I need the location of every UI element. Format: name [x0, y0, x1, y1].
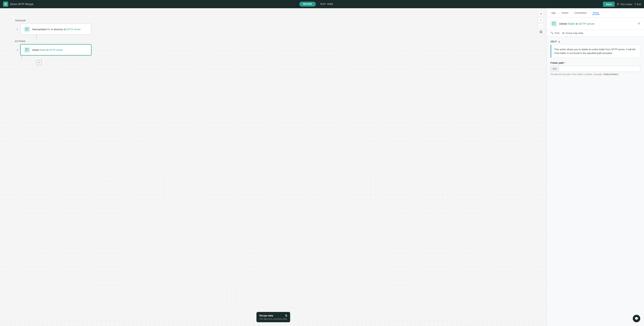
save-button[interactable]: Save — [603, 2, 614, 7]
svg-rect-4 — [541, 31, 542, 32]
folder-path-input-row: ABC — [550, 66, 640, 72]
app-logo — [3, 2, 8, 7]
panel-content: HELP ▲ This action allows you to delete … — [547, 36, 644, 326]
action-row: 2 Delete folder in SFTP server — [15, 44, 92, 56]
breadcrumb-action[interactable]: Action — [561, 11, 569, 14]
step-card-action[interactable]: Delete folder in SFTP server — [20, 44, 92, 56]
hint-example: /folder1/folder2 — [603, 73, 618, 76]
test-icon: ⚙ — [617, 3, 619, 6]
find-button[interactable]: 🔍 Find — [550, 32, 559, 34]
chat-button[interactable] — [633, 315, 640, 322]
breadcrumb-arrow-1: → — [558, 12, 560, 14]
breadcrumb-connection[interactable]: Connection — [574, 11, 588, 14]
exit-button[interactable]: Exit — [634, 3, 641, 6]
svg-rect-14 — [26, 50, 28, 50]
canvas-controls: ↺ + − — [538, 11, 544, 34]
help-label: HELP — [550, 40, 557, 43]
step1-text: New/updated file in directory on SFTP se… — [32, 28, 80, 31]
svg-rect-10 — [26, 30, 28, 30]
folder-path-input[interactable] — [559, 66, 640, 72]
required-star: * — [564, 62, 566, 64]
connector-1 — [36, 35, 37, 39]
test-recipe-button[interactable]: ⚙ Test recipe — [617, 3, 632, 6]
svg-rect-0 — [4, 3, 7, 3]
canvas-area: ↺ + − TRIGGER 1 — [0, 8, 546, 326]
recipe-data-title: Recipe data ⇅ — [260, 314, 287, 317]
step2-text: Delete folder in SFTP server — [32, 48, 63, 51]
type-badge: ABC — [551, 66, 559, 72]
svg-rect-2 — [4, 5, 7, 5]
svg-rect-16 — [553, 23, 555, 23]
trigger-row: 1 New/updated file in directory on SFTP … — [15, 24, 92, 35]
svg-rect-13 — [26, 50, 27, 50]
tab-recipe[interactable]: RECIPE — [299, 2, 316, 6]
step-card-trigger[interactable]: New/updated file in directory on SFTP se… — [20, 24, 92, 35]
svg-rect-1 — [4, 4, 7, 4]
sftp-action-icon — [24, 46, 30, 53]
svg-rect-18 — [553, 24, 555, 24]
navbar-right: Save ⚙ Test recipe Exit — [603, 2, 641, 7]
right-panel: App → Action → Connection → Setup — [546, 8, 644, 326]
group-map-button[interactable]: ⊞ Group map data — [562, 32, 583, 34]
breadcrumb-arrow-3: → — [588, 12, 591, 14]
svg-rect-12 — [26, 49, 28, 49]
help-section: HELP ▲ This action allows you to delete … — [550, 40, 640, 58]
main-layout: ↺ + − TRIGGER 1 — [0, 8, 644, 326]
folder-path-field: Folder path * ABC Provide the full path … — [550, 62, 640, 76]
connector-2 — [21, 56, 22, 60]
reset-view-button[interactable]: ↺ — [538, 11, 544, 16]
help-text: This action allows you to delete an enti… — [554, 48, 636, 54]
zoom-in-button[interactable]: + — [538, 17, 544, 22]
panel-title: Delete folder in SFTP server — [559, 22, 594, 25]
group-map-icon: ⊞ — [562, 32, 564, 34]
sftp-trigger-icon — [24, 26, 30, 32]
panel-toolbar: 🔍 Find ⊞ Group map data — [547, 30, 644, 36]
panel-header-left: Delete folder in SFTP server — [550, 20, 594, 27]
nav-tabs: RECIPE TEST JOBS — [299, 2, 337, 6]
add-step-button[interactable]: + — [36, 60, 42, 65]
tab-test-jobs[interactable]: TEST JOBS — [316, 2, 337, 6]
svg-rect-5 — [540, 32, 540, 33]
breadcrumb-nav: App → Action → Connection → Setup — [547, 8, 644, 18]
svg-rect-3 — [540, 31, 540, 32]
step1-number: 1 — [15, 28, 18, 31]
step2-number: 2 — [15, 48, 18, 51]
navbar: Demo SFTP Recipe RECIPE TEST JOBS Save ⚙… — [0, 0, 644, 8]
panel-header-icon — [550, 20, 557, 27]
recipe-flow: TRIGGER 1 New/updated file in directory … — [15, 20, 92, 65]
folder-path-label: Folder path * — [550, 62, 640, 64]
svg-rect-8 — [26, 28, 28, 29]
trigger-label: TRIGGER — [15, 20, 26, 22]
help-box: This action allows you to delete an enti… — [550, 45, 640, 58]
breadcrumb-arrow-2: → — [570, 12, 572, 14]
breadcrumb-setup[interactable]: Setup — [592, 11, 600, 15]
zoom-out-button[interactable]: − — [538, 23, 544, 28]
find-icon: 🔍 — [550, 32, 554, 34]
svg-rect-17 — [553, 24, 554, 24]
folder-path-hint: Provide the full path of the folder to d… — [550, 73, 640, 76]
panel-header: Delete folder in SFTP server ✕ — [547, 18, 644, 30]
recipe-data-panel[interactable]: Recipe data ⇅ Use data from a previous s… — [256, 312, 290, 322]
panel-close-button[interactable]: ✕ — [638, 22, 640, 25]
help-header[interactable]: HELP ▲ — [550, 40, 640, 43]
recipe-data-toggle-icon: ⇅ — [285, 314, 287, 317]
actions-label: ACTIONS — [15, 40, 26, 42]
recipe-data-subtitle: Use data from a previous step — [260, 318, 287, 320]
breadcrumb-app[interactable]: App — [550, 11, 556, 14]
help-toggle-icon: ▲ — [558, 40, 560, 43]
fit-view-button[interactable] — [538, 29, 544, 34]
svg-rect-6 — [541, 32, 542, 33]
navbar-left: Demo SFTP Recipe — [3, 2, 33, 7]
svg-rect-9 — [26, 29, 27, 30]
app-title: Demo SFTP Recipe — [10, 2, 33, 6]
